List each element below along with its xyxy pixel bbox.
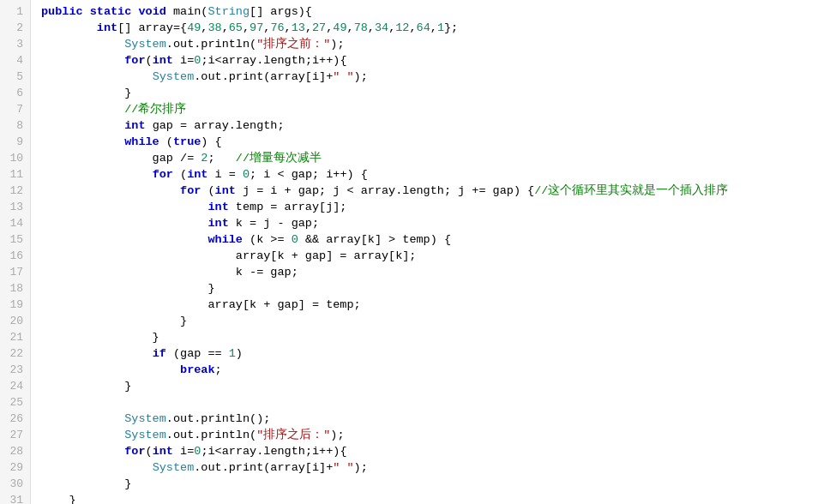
line-number: 26 [7,411,23,427]
code-line: System.out.println(); [41,411,824,427]
code-line: } [41,492,824,504]
code-line: public static void main(String[] args){ [41,3,824,20]
code-line: System.out.println("排序之后："); [41,427,824,443]
line-number: 6 [7,85,23,101]
line-number: 19 [7,297,23,313]
code-line: } [41,476,824,492]
line-number: 30 [7,476,23,492]
code-line: System.out.print(array[i]+" "); [41,69,824,85]
line-number: 8 [7,117,23,134]
code-editor: 1234567891011121314151617181920212223242… [0,0,824,504]
code-line: } [41,329,824,345]
code-line: int k = j - gap; [41,215,824,231]
line-number: 20 [7,313,23,329]
line-number: 24 [7,378,23,394]
line-number: 17 [7,264,23,280]
line-number: 7 [7,101,23,117]
code-line: System.out.print(array[i]+" "); [41,459,824,476]
code-line: int gap = array.length; [41,117,824,134]
code-line: while (k >= 0 && array[k] > temp) { [41,231,824,248]
code-line: } [41,85,824,101]
code-line: break; [41,362,824,378]
code-line: for(int i=0;i<array.length;i++){ [41,52,824,69]
code-line: int temp = array[j]; [41,199,824,215]
code-line: } [41,378,824,394]
code-line: gap /= 2; //增量每次减半 [41,150,824,166]
code-line: array[k + gap] = temp; [41,297,824,313]
line-number-gutter: 1234567891011121314151617181920212223242… [0,0,31,504]
code-line: System.out.println("排序之前："); [41,36,824,52]
line-number: 5 [7,69,23,85]
line-number: 1 [7,3,23,20]
line-number: 27 [7,427,23,443]
line-number: 13 [7,199,23,215]
line-number: 28 [7,443,23,459]
code-content[interactable]: public static void main(String[] args){ … [31,0,824,504]
line-number: 10 [7,150,23,166]
line-number: 4 [7,52,23,69]
code-line: array[k + gap] = array[k]; [41,248,824,264]
code-line: int[] array={49,38,65,97,76,13,27,49,78,… [41,20,824,36]
line-number: 29 [7,459,23,476]
line-number: 15 [7,231,23,248]
line-number: 12 [7,183,23,199]
line-number: 31 [7,492,23,504]
line-number: 11 [7,166,23,183]
line-number: 25 [7,394,23,411]
code-line: } [41,313,824,329]
line-number: 16 [7,248,23,264]
line-number: 21 [7,329,23,345]
line-number: 3 [7,36,23,52]
code-line: for (int j = i + gap; j < array.length; … [41,183,824,199]
line-number: 18 [7,280,23,297]
code-line: if (gap == 1) [41,345,824,362]
line-number: 23 [7,362,23,378]
code-line: k -= gap; [41,264,824,280]
code-line: for (int i = 0; i < gap; i++) { [41,166,824,183]
code-line [41,394,824,411]
line-number: 9 [7,134,23,150]
line-number: 2 [7,20,23,36]
code-line: while (true) { [41,134,824,150]
code-line: //希尔排序 [41,101,824,117]
code-line: for(int i=0;i<array.length;i++){ [41,443,824,459]
line-number: 22 [7,345,23,362]
line-number: 14 [7,215,23,231]
code-line: } [41,280,824,297]
